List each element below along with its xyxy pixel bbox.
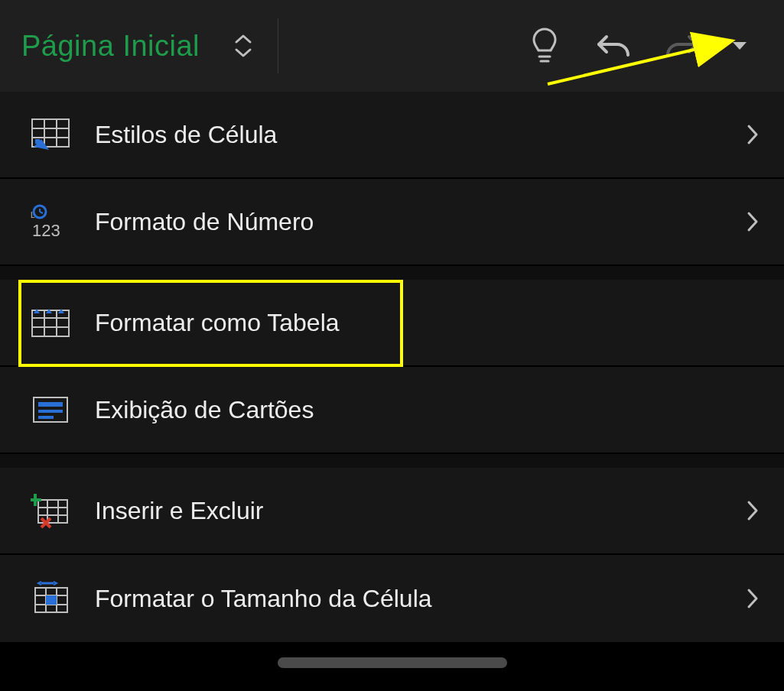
- chevron-right-icon: [746, 123, 760, 146]
- home-indicator[interactable]: [278, 657, 507, 668]
- svg-rect-27: [38, 416, 54, 419]
- ribbon-tab-title[interactable]: Página Inicial: [21, 30, 200, 63]
- svg-rect-16: [32, 310, 69, 336]
- toolbar-divider: [278, 18, 278, 73]
- chevron-right-icon: [746, 210, 760, 233]
- svg-marker-2: [733, 42, 747, 50]
- undo-icon: [594, 29, 633, 63]
- undo-button[interactable]: [579, 15, 648, 76]
- chevron-updown-icon: [233, 33, 253, 59]
- menu-item-label: Formatar como Tabela: [95, 309, 340, 337]
- group-separator: [0, 454, 784, 468]
- svg-line-13: [40, 212, 43, 213]
- tips-button[interactable]: [510, 15, 579, 76]
- group-separator: [0, 266, 784, 280]
- menu-item-card-view[interactable]: Exibição de Cartões: [0, 367, 784, 454]
- menu-item-label: Exibição de Cartões: [95, 396, 314, 424]
- menu-item-label: Inserir e Excluir: [95, 497, 264, 525]
- svg-rect-26: [38, 410, 63, 413]
- menu-item-cell-size[interactable]: Formatar o Tamanho da Célula: [0, 555, 784, 642]
- chevron-right-icon: [746, 499, 760, 522]
- redo-button[interactable]: [648, 15, 717, 76]
- svg-text:L: L: [31, 211, 35, 219]
- ribbon-panel: Estilos de Célula 123 L Formato de Númer…: [0, 92, 784, 642]
- overflow-menu-button[interactable]: [717, 15, 763, 76]
- card-view-icon: [31, 393, 70, 427]
- chevron-right-icon: [746, 587, 760, 610]
- menu-item-insert-delete[interactable]: Inserir e Excluir: [0, 468, 784, 555]
- menu-item-label: Formatar o Tamanho da Célula: [95, 585, 432, 613]
- number-format-icon: 123 L: [31, 204, 73, 239]
- gesture-bar: [0, 657, 784, 668]
- cell-styles-icon: [31, 116, 70, 153]
- toolbar: Página Inicial: [0, 0, 784, 92]
- insert-delete-icon: [31, 492, 70, 529]
- menu-item-format-as-table[interactable]: Formatar como Tabela: [0, 280, 784, 367]
- svg-rect-42: [46, 595, 57, 605]
- table-icon: [31, 306, 70, 339]
- menu-item-number-format[interactable]: 123 L Formato de Número: [0, 179, 784, 266]
- svg-rect-25: [38, 402, 63, 407]
- lightbulb-icon: [528, 26, 561, 66]
- menu-item-label: Estilos de Célula: [95, 121, 277, 149]
- menu-item-label: Formato de Número: [95, 208, 314, 236]
- svg-text:123: 123: [32, 221, 60, 239]
- cell-size-icon: [31, 580, 70, 617]
- caret-down-icon: [731, 41, 748, 51]
- menu-item-cell-styles[interactable]: Estilos de Célula: [0, 92, 784, 179]
- svg-rect-10: [35, 139, 40, 144]
- ribbon-switch-button[interactable]: [223, 15, 264, 76]
- redo-icon: [663, 29, 701, 63]
